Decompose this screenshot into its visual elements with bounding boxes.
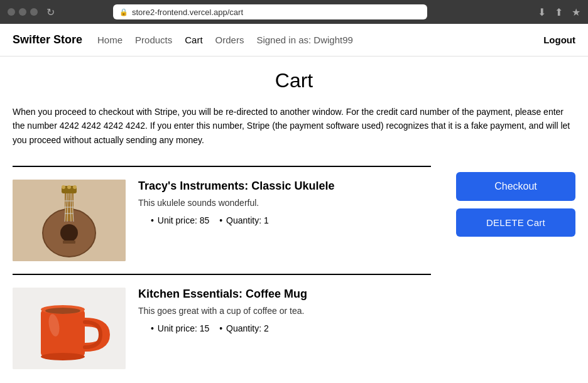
- navbar: Swifter Store Home Products Cart Orders …: [0, 24, 588, 57]
- nav-logout[interactable]: Logout: [543, 35, 575, 45]
- cart-item: Kitchen Essentials: Coffee Mug This goes…: [13, 274, 431, 382]
- cart-item-quantity: Quantity: 1: [219, 215, 269, 225]
- cart-item-image-mug: [13, 288, 126, 369]
- cart-items-list: Tracy's Instruments: Classic Ukulele Thi…: [13, 166, 431, 382]
- nav-products[interactable]: Products: [135, 35, 172, 45]
- cart-item-details-ukulele: Tracy's Instruments: Classic Ukulele Thi…: [138, 180, 431, 225]
- delete-cart-button[interactable]: DELETE Cart: [456, 208, 575, 237]
- info-text: When you proceed to checkout with Stripe…: [13, 105, 575, 147]
- svg-point-18: [41, 353, 85, 360]
- share-icon[interactable]: ⬆: [555, 6, 563, 18]
- browser-dot-green: [30, 8, 38, 16]
- svg-point-2: [60, 224, 78, 242]
- cart-item-desc: This goes great with a cup of coffee or …: [138, 306, 431, 316]
- page-content: Cart When you proceed to checkout with S…: [0, 57, 588, 383]
- lock-icon: 🔒: [119, 8, 128, 16]
- ukulele-svg: [13, 180, 126, 261]
- svg-rect-17: [41, 310, 85, 357]
- cart-item-price: Unit price: 85: [151, 215, 209, 225]
- browser-addressbar[interactable]: 🔒 store2-frontend.vercel.app/cart: [113, 4, 427, 19]
- navbar-links: Home Products Cart Orders Signed in as: …: [97, 35, 353, 45]
- svg-point-7: [73, 185, 77, 189]
- navbar-brand: Swifter Store: [13, 33, 82, 46]
- bookmark-icon[interactable]: ★: [572, 6, 580, 18]
- cart-item-meta: Unit price: 85 Quantity: 1: [138, 215, 431, 225]
- browser-dot-yellow: [19, 8, 26, 16]
- cart-item-price: Unit price: 15: [151, 323, 209, 333]
- download-icon[interactable]: ⬇: [538, 6, 546, 18]
- svg-rect-15: [63, 240, 75, 244]
- svg-point-20: [45, 308, 80, 314]
- svg-point-5: [62, 185, 65, 189]
- nav-cart[interactable]: Cart: [185, 35, 202, 45]
- browser-actions: ⬇ ⬆ ★: [538, 6, 580, 18]
- cart-item-details-mug: Kitchen Essentials: Coffee Mug This goes…: [138, 288, 431, 333]
- browser-chrome: ↻ 🔒 store2-frontend.vercel.app/cart ⬇ ⬆ …: [0, 0, 588, 24]
- svg-point-6: [67, 185, 71, 189]
- browser-spinner-icon: ↻: [46, 6, 55, 18]
- cart-item-desc: This ukulele sounds wonderful.: [138, 198, 431, 208]
- nav-orders[interactable]: Orders: [215, 35, 244, 45]
- mug-svg: [13, 288, 126, 369]
- cart-actions: Checkout DELETE Cart: [456, 166, 575, 382]
- cart-item-image-ukulele: [13, 180, 126, 261]
- nav-signed-in: Signed in as: Dwight99: [256, 35, 352, 45]
- cart-layout: Tracy's Instruments: Classic Ukulele Thi…: [13, 166, 575, 382]
- cart-item-title: Kitchen Essentials: Coffee Mug: [138, 288, 431, 301]
- cart-item-meta: Unit price: 15 Quantity: 2: [138, 323, 431, 333]
- browser-url: store2-frontend.vercel.app/cart: [132, 8, 243, 17]
- cart-item-quantity: Quantity: 2: [219, 323, 269, 333]
- cart-item: Tracy's Instruments: Classic Ukulele Thi…: [13, 166, 431, 274]
- page-title: Cart: [13, 69, 575, 92]
- browser-dot-red: [8, 8, 15, 16]
- checkout-button[interactable]: Checkout: [456, 172, 575, 201]
- cart-item-title: Tracy's Instruments: Classic Ukulele: [138, 180, 431, 193]
- browser-dots: [8, 8, 38, 16]
- nav-home[interactable]: Home: [97, 35, 122, 45]
